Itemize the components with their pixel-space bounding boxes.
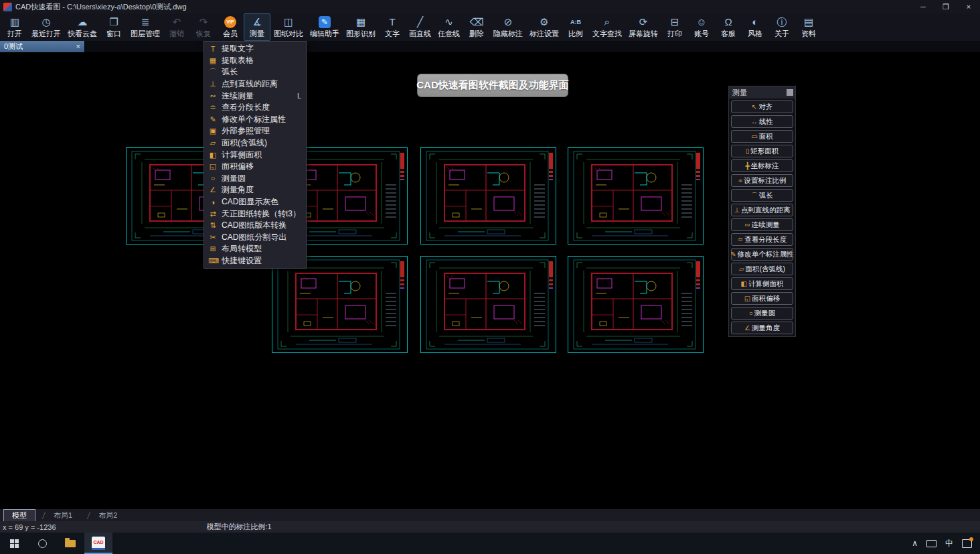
menu-item-area-with-arc[interactable]: ▱ 面积(含弧线) xyxy=(204,137,306,149)
scale-ratio-icon: A:B xyxy=(570,16,582,28)
panel-item-arc-length[interactable]: ⌒ 弧长 xyxy=(731,189,793,202)
menu-item-layout-to-model[interactable]: ⊞ 布局转模型 xyxy=(204,243,306,255)
panel-item-point-line-distance[interactable]: ⊥ 点到直线的距离 xyxy=(731,204,793,216)
menu-item-point-line-distance[interactable]: ⊥ 点到直线的距离 xyxy=(204,78,306,90)
toolbar-recent-open[interactable]: ◷ 最近打开 xyxy=(28,13,64,41)
menu-item-tianzheng-convert[interactable]: ⇄ 天正图纸转换（转t3） xyxy=(204,208,306,220)
toolbar-vip-member[interactable]: VIP 会员 xyxy=(217,13,244,41)
toolbar-open[interactable]: ▥ 打开 xyxy=(1,13,28,41)
point-line-distance-icon: ⊥ xyxy=(208,80,218,88)
menu-item-continuous-measure[interactable]: ∾ 连续测量 L xyxy=(204,90,306,102)
toolbar-layer-manager[interactable]: ≣ 图层管理 xyxy=(127,13,163,41)
ime-indicator[interactable]: 中 xyxy=(945,538,953,549)
toolbar-screen-rotate[interactable]: ⟳ 屏幕旋转 xyxy=(625,13,661,41)
document-tab-bar: 0测试 × xyxy=(0,41,980,52)
doc-tab-close-icon[interactable]: × xyxy=(76,43,80,50)
align-icon: ↖ xyxy=(752,103,757,111)
toolbar-cloud-disk[interactable]: ☁ 快看云盘 xyxy=(64,13,100,41)
drawing-canvas[interactable]: CAD快速看图软件截图及功能界面 xyxy=(0,52,980,509)
notification-icon[interactable] xyxy=(962,539,972,548)
menu-item-version-convert[interactable]: ⇅ CAD图纸版本转换 xyxy=(204,220,306,232)
toolbar-scale-ratio[interactable]: A:B 比例 xyxy=(562,13,589,41)
hide-annotation-icon: ⊘ xyxy=(502,16,514,28)
toolbar-edit-assistant[interactable]: ✎ 编辑助手 xyxy=(307,13,343,41)
panel-item-area-with-arc[interactable]: ▱ 面积(含弧线) xyxy=(731,263,793,275)
start-button[interactable] xyxy=(0,533,28,554)
restore-button[interactable]: ❐ xyxy=(934,0,957,13)
measure-panel-header[interactable]: 测量 xyxy=(729,86,795,98)
display-icon[interactable] xyxy=(926,540,936,547)
toolbar-hide-annotation[interactable]: ⊘ 隐藏标注 xyxy=(490,13,526,41)
cad-app-button[interactable]: CAD xyxy=(84,533,112,554)
file-explorer-button[interactable] xyxy=(56,533,84,554)
toolbar-shape-recognition[interactable]: ▦ 图形识别 xyxy=(343,13,379,41)
toolbar-delete[interactable]: ⌫ 删除 xyxy=(463,13,490,41)
doc-tab-0-test[interactable]: 0测试 × xyxy=(0,41,85,52)
search-button[interactable] xyxy=(28,533,56,554)
menu-item-split-export[interactable]: ✂ CAD图纸分割导出 xyxy=(204,232,306,244)
area-with-arc-icon: ▱ xyxy=(739,265,744,273)
measure-dropdown-menu: T 提取文字 ▦ 提取表格 ⌒ 弧长 ⊥ 点到直线的距离 ∾ 连续测量 L ≏ … xyxy=(203,41,307,269)
menu-item-area-offset[interactable]: ◱ 面积偏移 xyxy=(204,161,306,173)
panel-close-icon[interactable] xyxy=(787,89,793,96)
toolbar-print[interactable]: ⊟ 打印 xyxy=(661,13,688,41)
panel-item-coordinate-annotation[interactable]: ╋ 坐标标注 xyxy=(731,159,793,172)
menu-item-cad-gray-display[interactable]: ◑ CAD图显示灰色 xyxy=(204,196,306,208)
toolbar-draw-line[interactable]: ╱ 画直线 xyxy=(406,13,434,41)
sheet-tab-bar: 模型 布局1 布局2 xyxy=(0,509,980,521)
panel-item-area[interactable]: ▭ 面积 xyxy=(731,130,793,143)
panel-item-side-area[interactable]: ◧ 计算侧面积 xyxy=(731,277,793,290)
panel-item-measure-circle[interactable]: ○ 测量圆 xyxy=(731,307,793,320)
menu-item-arc-length[interactable]: ⌒ 弧长 xyxy=(204,66,306,78)
toolbar-undo[interactable]: ↶ 撤销 xyxy=(163,13,190,41)
toolbar-materials[interactable]: ▤ 资料 xyxy=(795,13,822,41)
sheet-tab-layout2[interactable]: 布局2 xyxy=(80,510,125,521)
area-offset-icon: ◱ xyxy=(208,162,218,171)
sheet-tab-layout1[interactable]: 布局1 xyxy=(35,510,80,521)
menu-item-segment-length[interactable]: ≏ 查看分段长度 xyxy=(204,102,306,114)
toolbar-measure[interactable]: ∡ 测量 xyxy=(244,13,270,41)
area-with-arc-icon: ▱ xyxy=(208,139,218,147)
toolbar-style[interactable]: ◐ 风格 xyxy=(742,13,768,41)
annotation-scale-text: 模型中的标注比例:1 xyxy=(207,522,272,532)
close-button[interactable]: × xyxy=(957,0,980,13)
toolbar-drawing-compare[interactable]: ◫ 图纸对比 xyxy=(270,13,307,41)
sheet-tab-model[interactable]: 模型 xyxy=(3,509,35,522)
toolbar-text-search[interactable]: ⌕ 文字查找 xyxy=(589,13,625,41)
menu-item-modify-annotation[interactable]: ✎ 修改单个标注属性 xyxy=(204,114,306,126)
measure-circle-icon: ○ xyxy=(208,174,218,182)
cloud-disk-icon: ☁ xyxy=(76,16,88,28)
menu-item-shortcut-settings[interactable]: ⌨ 快捷键设置 xyxy=(204,255,306,267)
cad-drawing-thumbnail xyxy=(568,256,704,353)
toolbar-text[interactable]: T 文字 xyxy=(379,13,406,41)
panel-item-annotation-scale[interactable]: ∝ 设置标注比例 xyxy=(731,174,793,187)
menu-item-measure-angle[interactable]: ∠ 测量角度 xyxy=(204,184,306,196)
toolbar-customer-service[interactable]: Ω 客服 xyxy=(715,13,742,41)
menu-item-extract-text[interactable]: T 提取文字 xyxy=(204,43,306,55)
panel-item-align[interactable]: ↖ 对齐 xyxy=(731,100,793,113)
toolbar-free-line[interactable]: ∿ 任意线 xyxy=(434,13,463,41)
toolbar-annotation-settings[interactable]: ⚙ 标注设置 xyxy=(526,13,562,41)
minimize-button[interactable]: ─ xyxy=(912,0,934,13)
panel-item-area-offset[interactable]: ◱ 面积偏移 xyxy=(731,292,793,305)
panel-item-measure-angle[interactable]: ∠ 测量角度 xyxy=(731,322,793,334)
measure-angle-icon: ∠ xyxy=(208,186,218,194)
panel-item-modify-annotation[interactable]: ✎ 修改单个标注属性 xyxy=(731,248,793,261)
menu-item-side-area[interactable]: ◧ 计算侧面积 xyxy=(204,149,306,161)
menu-item-xref-manager[interactable]: ▣ 外部参照管理 xyxy=(204,125,306,137)
toolbar-account[interactable]: ☺ 账号 xyxy=(688,13,715,41)
arc-length-icon: ⌒ xyxy=(751,191,758,200)
toolbar-redo[interactable]: ↷ 恢复 xyxy=(190,13,217,41)
toolbar-about[interactable]: ⓘ 关于 xyxy=(768,13,795,41)
toolbar-window[interactable]: ❐ 窗口 xyxy=(100,13,127,41)
tray-expand-icon[interactable]: ∧ xyxy=(912,539,918,548)
panel-item-continuous-measure[interactable]: ∾ 连续测量 xyxy=(731,218,793,231)
measure-panel-body: ↖ 对齐 ↔ 线性 ▭ 面积 ▯ 矩形面积 ╋ 坐标标注 ∝ 设置标注比例 ⌒ … xyxy=(729,98,795,336)
point-line-distance-icon: ⊥ xyxy=(734,206,740,214)
panel-item-segment-length[interactable]: ≏ 查看分段长度 xyxy=(731,233,793,246)
panel-item-linear[interactable]: ↔ 线性 xyxy=(731,115,793,128)
layout-to-model-icon: ⊞ xyxy=(208,245,218,253)
menu-item-extract-table[interactable]: ▦ 提取表格 xyxy=(204,55,306,67)
panel-item-rect-area[interactable]: ▯ 矩形面积 xyxy=(731,145,793,157)
menu-item-measure-circle[interactable]: ○ 测量圆 xyxy=(204,173,306,185)
